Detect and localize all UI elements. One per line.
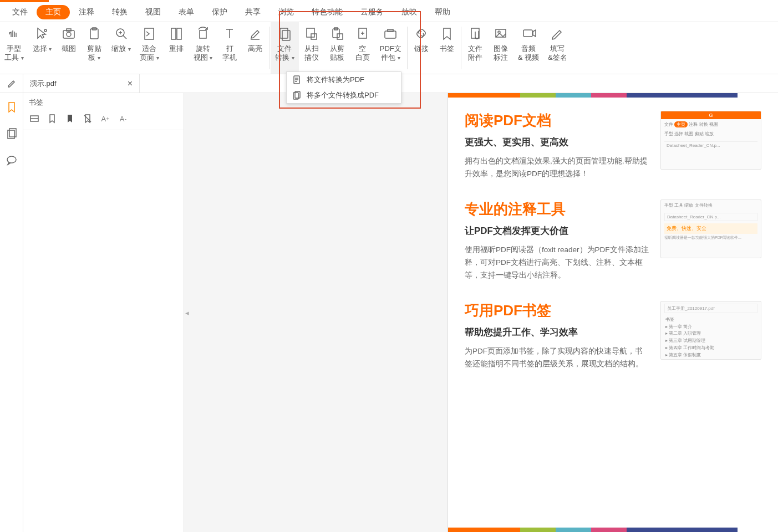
panel-collapse-handle[interactable]: ◂ <box>184 299 190 326</box>
rail-pages[interactable] <box>4 126 19 141</box>
ribbon-fillsign-button[interactable]: 填写&签名 <box>543 22 572 74</box>
ribbon-button-label: 从扫描仪 <box>304 44 319 63</box>
zoom-icon <box>113 25 130 42</box>
bookmarks-panel: 书签 A+ A- <box>23 93 184 532</box>
ribbon-blankpage-button[interactable]: 空白页 <box>350 22 375 74</box>
document-area: ◂ 阅读PDF文档 更强大、更实用、更高效 拥有出色的文档渲染效果,强大的页面管… <box>184 93 778 532</box>
svg-rect-28 <box>388 29 393 32</box>
svg-line-7 <box>123 35 126 39</box>
bm-expand-icon[interactable] <box>29 113 40 124</box>
menu-slideshow[interactable]: 放映 <box>393 5 426 19</box>
bookmarks-title: 书签 <box>23 93 184 111</box>
ribbon-attachment-button[interactable]: 文件附件 <box>462 22 488 74</box>
ribbon-select-button[interactable]: 选择 ▾ <box>28 22 57 74</box>
ribbon-imgannot-button[interactable]: 图像标注 <box>488 22 513 74</box>
blankpage-icon <box>354 25 371 42</box>
menu-file[interactable]: 文件 <box>3 5 37 19</box>
chevron-down-icon: ▾ <box>156 55 159 61</box>
bm-font-smaller-icon[interactable]: A- <box>118 113 129 124</box>
svg-rect-23 <box>337 34 343 39</box>
edit-mode-icon[interactable] <box>0 74 23 93</box>
ribbon-scanner-button[interactable]: 从扫描仪 <box>299 22 324 74</box>
ribbon-button-label: 图像标注 <box>494 44 508 63</box>
scanner-icon <box>303 25 320 42</box>
rail-comments[interactable] <box>4 153 19 167</box>
ribbon-audiovideo-button[interactable]: 音频& 视频 <box>513 22 543 74</box>
chevron-down-icon: ▾ <box>398 55 400 61</box>
feature-title: 专业的注释工具 <box>465 200 649 219</box>
ribbon-portfolio-button[interactable]: PDF文件包 ▾ <box>375 22 406 74</box>
menu-browse[interactable]: 浏览 <box>269 5 303 19</box>
dropdown-convert-multi[interactable]: 将多个文件转换成PDF <box>287 88 401 103</box>
imgannot-icon <box>492 25 509 42</box>
feature-thumbnail: G 文件 主页 注释 转换 视图 手型 选择 截图 剪贴 缩放 Datashee… <box>660 111 761 170</box>
ribbon-hand-button[interactable]: 手型工具 ▾ <box>0 22 28 74</box>
ribbon-toolbar: 手型工具 ▾选择 ▾截图剪贴板 ▾缩放 ▾适合页面 ▾重排旋转视图 ▾打字机高亮… <box>0 22 778 74</box>
svg-point-0 <box>44 29 47 32</box>
ribbon-bookmark-button[interactable]: 书签 <box>434 22 460 74</box>
menu-view[interactable]: 视图 <box>136 5 170 19</box>
workspace: 书签 A+ A- ◂ 阅读PDF文档 更强大、更实用、更高效 拥有出色的文档渲染… <box>0 93 778 532</box>
bm-delete-icon[interactable] <box>82 113 93 124</box>
svg-rect-3 <box>67 29 71 31</box>
ribbon-fileconvert-button[interactable]: 文件转换 ▾ <box>271 22 299 74</box>
ribbon-button-label: PDF文件包 ▾ <box>380 44 401 63</box>
svg-rect-20 <box>311 34 317 39</box>
feature-subtitle: 更强大、更实用、更高效 <box>465 136 649 149</box>
close-icon[interactable]: × <box>128 79 133 89</box>
bm-add-sub-icon[interactable] <box>64 113 75 124</box>
menu-bar: 文件 主页 注释 转换 视图 表单 保护 共享 浏览 特色功能 云服务 放映 帮… <box>0 2 778 22</box>
menu-share[interactable]: 共享 <box>236 5 269 19</box>
decorative-stripe <box>448 93 778 98</box>
hand-icon <box>6 25 22 42</box>
svg-point-2 <box>67 32 71 37</box>
menu-special[interactable]: 特色功能 <box>303 5 352 19</box>
chevron-down-icon: ▾ <box>292 55 294 61</box>
chevron-down-icon: ▾ <box>21 55 24 61</box>
feature-subtitle: 帮助您提升工作、学习效率 <box>465 326 649 339</box>
ribbon-clipboard-button[interactable]: 剪贴板 ▾ <box>82 22 107 74</box>
bm-add-icon[interactable] <box>47 113 58 124</box>
menu-help[interactable]: 帮助 <box>426 5 459 19</box>
ribbon-highlight-button[interactable]: 高亮 <box>242 22 268 74</box>
rail-bookmarks[interactable] <box>4 100 19 114</box>
menu-comment[interactable]: 注释 <box>70 5 103 19</box>
feature-body: 为PDF页面添加书签，除了实现内容的快速导航，书签还能指明不同书签的层级关系，展… <box>465 345 649 371</box>
snapshot-icon <box>60 25 77 42</box>
ribbon-zoom-button[interactable]: 缩放 ▾ <box>107 22 135 74</box>
ribbon-rotate-button[interactable]: 旋转视图 ▾ <box>189 22 217 74</box>
svg-rect-11 <box>171 28 176 39</box>
clipboard-icon <box>86 25 103 42</box>
menu-form[interactable]: 表单 <box>170 5 203 19</box>
dropdown-item-label: 将多个文件转换成PDF <box>307 90 379 100</box>
bm-font-bigger-icon[interactable]: A+ <box>100 113 111 124</box>
menu-home[interactable]: 主页 <box>37 5 70 19</box>
ribbon-button-label: 旋转视图 ▾ <box>194 44 213 63</box>
fillsign-icon <box>549 25 566 42</box>
ribbon-button-label: 链接 <box>414 44 429 53</box>
portfolio-icon <box>382 25 399 42</box>
menu-convert[interactable]: 转换 <box>103 5 136 19</box>
ribbon-button-label: 重排 <box>169 44 184 53</box>
svg-rect-32 <box>523 30 532 37</box>
ribbon-link-button[interactable]: 链接 <box>409 22 434 74</box>
menu-protect[interactable]: 保护 <box>203 5 236 19</box>
ribbon-button-label: 文件转换 ▾ <box>275 44 294 63</box>
multidoc-icon <box>292 91 301 100</box>
ribbon-fitpage-button[interactable]: 适合页面 ▾ <box>135 22 164 74</box>
rotate-icon <box>195 25 211 42</box>
left-nav-rail <box>0 93 23 532</box>
dropdown-convert-file[interactable]: 将文件转换为PDF <box>287 72 401 88</box>
ribbon-snapshot-button[interactable]: 截图 <box>56 22 82 74</box>
link-icon <box>413 25 430 42</box>
ribbon-button-label: 打字机 <box>222 44 237 63</box>
menu-cloud[interactable]: 云服务 <box>352 5 393 19</box>
svg-rect-13 <box>200 30 206 38</box>
document-tab[interactable]: 演示.pdf × <box>23 74 140 93</box>
attachment-icon <box>467 25 484 42</box>
pdf-page[interactable]: 阅读PDF文档 更强大、更实用、更高效 拥有出色的文档渲染效果,强大的页面管理功… <box>448 93 778 532</box>
ribbon-typewriter-button[interactable]: 打字机 <box>217 22 242 74</box>
ribbon-fromclipboard-button[interactable]: 从剪贴板 <box>324 22 350 74</box>
ribbon-reflow-button[interactable]: 重排 <box>164 22 189 74</box>
bookmarks-toolbar: A+ A- <box>23 111 184 130</box>
